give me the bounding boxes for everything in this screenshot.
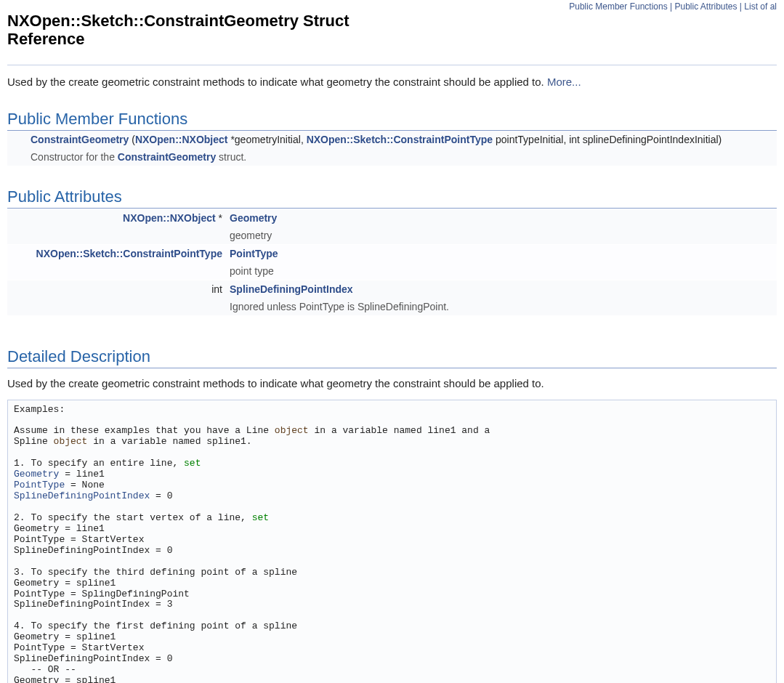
code-link-pointtype[interactable]: PointType (14, 480, 65, 490)
detailed-description-text: Used by the create geometric constraint … (7, 377, 777, 389)
top-nav-links: Public Member Functions | Public Attribu… (7, 0, 777, 12)
attr-desc: point type (225, 262, 777, 280)
func-desc-text: Constructor for the (31, 151, 118, 163)
public-attributes-table: NXOpen::NXObject * Geometry geometry NXO… (7, 209, 777, 315)
table-row: NXOpen::Sketch::ConstraintPointType Poin… (7, 244, 777, 262)
attr-name-link[interactable]: SplineDefiningPointIndex (230, 283, 353, 295)
page-title: NXOpen::Sketch::ConstraintGeometry Struc… (7, 12, 371, 49)
table-row: Constructor for the ConstraintGeometry s… (7, 148, 777, 166)
table-row: int SplineDefiningPointIndex (7, 280, 777, 298)
table-row: geometry (7, 227, 777, 245)
attr-type-suffix: int (211, 283, 222, 295)
link-public-attributes[interactable]: Public Attributes (674, 1, 737, 12)
link-list-of-all[interactable]: List of al (744, 1, 777, 12)
more-link[interactable]: More... (547, 76, 581, 88)
table-row: point type (7, 262, 777, 280)
brief-description: Used by the create geometric constraint … (7, 76, 777, 88)
func-sig-text: *geometryInitial, (228, 134, 307, 145)
brief-text: Used by the create geometric constraint … (7, 76, 547, 88)
attr-desc: geometry (225, 227, 777, 245)
public-member-functions-table: ConstraintGeometry (NXOpen::NXObject *ge… (7, 131, 777, 166)
table-row: NXOpen::NXObject * Geometry (7, 209, 777, 227)
code-example: Examples: Assume in these examples that … (7, 400, 777, 683)
func-sig-text: pointTypeInitial, int splineDefiningPoin… (493, 134, 722, 145)
attr-desc: Ignored unless PointType is SplineDefini… (225, 298, 777, 315)
table-row: ConstraintGeometry (NXOpen::NXObject *ge… (7, 131, 777, 148)
func-desc-text: struct. (216, 151, 246, 163)
func-name-link[interactable]: ConstraintGeometry (31, 134, 129, 145)
type-link-constraintpointtype[interactable]: NXOpen::Sketch::ConstraintPointType (307, 134, 493, 145)
attr-name-link[interactable]: Geometry (230, 212, 277, 224)
attr-type-link[interactable]: NXOpen::NXObject (123, 212, 216, 224)
section-public-attributes: Public Attributes (7, 187, 777, 209)
link-public-member-functions[interactable]: Public Member Functions (569, 1, 667, 12)
func-desc-link[interactable]: ConstraintGeometry (118, 151, 216, 163)
section-detailed-description: Detailed Description (7, 347, 777, 368)
attr-name-link[interactable]: PointType (230, 248, 278, 259)
func-sig-text: ( (129, 134, 135, 145)
attr-type-suffix: * (216, 212, 222, 224)
section-public-member-functions: Public Member Functions (7, 110, 777, 131)
type-link-nxobject[interactable]: NXOpen::NXObject (135, 134, 228, 145)
code-link-splinedefiningpointindex[interactable]: SplineDefiningPointIndex (14, 490, 150, 501)
table-row: Ignored unless PointType is SplineDefini… (7, 298, 777, 315)
divider (7, 65, 777, 65)
attr-type-link[interactable]: NXOpen::Sketch::ConstraintPointType (36, 248, 222, 259)
code-link-geometry[interactable]: Geometry (14, 469, 59, 480)
